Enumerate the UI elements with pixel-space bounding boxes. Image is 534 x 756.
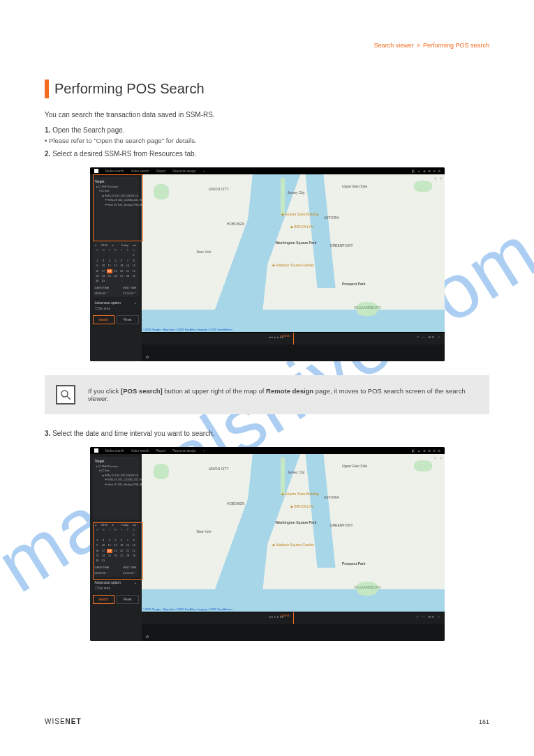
resource-tree: ▸ ☑ NVR Domain ▾ ☑ Site ◈ SSN-19 192.232… <box>95 185 137 207</box>
sidebar: Target ▸ ☑ NVR Domain ▾ ☑ Site ◈ SSN-19 … <box>90 174 142 361</box>
map-view: ⚲⚲ UNION CITY HOBOKEN <box>142 174 445 332</box>
search-icon <box>56 385 75 405</box>
reset-button[interactable]: Reset <box>117 315 139 324</box>
reset-button[interactable]: Reset <box>117 595 139 604</box>
timeline: 0:00:00 ⤢ — ⊕ ⊖ ⤾ ◂◂ ◂ ▸ ▸▸ <box>142 612 445 624</box>
target-panel: Target ▸ ☑ NVR Domain ▾ ☑ Site ◈ SSN-19 … <box>93 457 139 520</box>
brand-logo: WISENET <box>45 718 82 725</box>
app-logo-icon <box>94 169 98 173</box>
sidebar: Target ▸ ☑ NVR Domain ▾ ☑ Site ◈ SSN-19 … <box>90 454 142 641</box>
search-button[interactable]: search <box>93 315 115 324</box>
calendar-panel: ◂2018▸Today▸▸ SMTWTFS1234567891011121314… <box>93 521 139 577</box>
note-callout: If you click [POS search] button at uppe… <box>45 375 489 414</box>
intro-text: You can search the transaction data save… <box>45 109 489 121</box>
map-toolbar: ⚲⚲ <box>434 456 443 460</box>
map-view: ⚲⚲ UNION CITY HOBOKEN New York Washingto… <box>142 454 445 612</box>
thumbnail-strip <box>142 345 445 361</box>
breadcrumb: Search viewer>Performing POS search <box>45 42 489 49</box>
thumbnail-strip <box>142 624 445 641</box>
target-panel: Target ▸ ☑ NVR Domain ▾ ☑ Site ◈ SSN-19 … <box>93 177 139 240</box>
map-credits: ©2019 Google · Map data ©2019 SanAtlas; … <box>143 328 233 331</box>
calendar-grid: SMTWTFS123456789101112131415161718192021… <box>95 248 137 284</box>
calendar-nav: ◂2018▸Today▸▸ <box>95 243 137 247</box>
step-3: Select the date and time interval you wa… <box>45 430 489 437</box>
chevron-down-icon: ⌄ <box>134 580 137 584</box>
titlebar-icons: ◧▲◈⊕⊖⊗ <box>410 449 440 453</box>
svg-point-0 <box>61 391 68 397</box>
app-menubar: Media search Video search Report Resourc… <box>90 447 445 454</box>
app-logo-icon <box>94 448 98 453</box>
step-list: Open the Search page. Please refer to "O… <box>45 126 489 158</box>
advanced-option-panel: Advanced option⌄ ☐ Set area <box>93 298 139 312</box>
main-area: ⚲⚲ UNION CITY HOBOKEN New York Washingto… <box>142 454 445 641</box>
step-2: Select a desired SSM-RS from Resources t… <box>45 150 489 158</box>
page-number: 161 <box>479 718 489 725</box>
action-buttons: search Reset <box>93 595 139 604</box>
calendar-nav: ◂2018▸Today▸▸ <box>95 523 137 527</box>
note-text: If you click [POS search] button at uppe… <box>88 387 478 402</box>
step-list-cont: Select the date and time interval you wa… <box>45 430 489 437</box>
action-buttons: search Reset <box>93 315 139 324</box>
main-area: ⚲⚲ UNION CITY HOBOKEN <box>142 174 445 361</box>
chevron-down-icon: ⌄ <box>134 301 137 305</box>
search-button[interactable]: search <box>93 595 115 604</box>
calendar-panel: ◂2018▸Today▸▸ SMTWTFS1234567891011121314… <box>93 241 139 297</box>
map-credits: ©2019 Google · Map data ©2019 SanAtlas; … <box>143 607 233 611</box>
search-icon-alt: ⚲ <box>440 456 443 460</box>
screenshot-2: Media search Video search Report Resourc… <box>90 447 445 641</box>
screenshot-1: Media search Video search Report Resourc… <box>90 167 445 361</box>
svg-line-1 <box>67 396 71 400</box>
search-icon: ⚲ <box>434 456 437 460</box>
advanced-option-panel: Advanced option⌄ ☐ Set area <box>93 578 139 592</box>
step-1: Open the Search page. Please refer to "O… <box>45 126 489 144</box>
page-footer: WISENET 161 <box>45 718 489 725</box>
app-menubar: Media search Video search Report Resourc… <box>90 167 445 174</box>
timeline: 0:00:00 ⤢ — ⊕ ⊖ ⤾ ◂◂ ◂ ▸ ▸▸ <box>142 332 445 345</box>
resource-tree: ▸ ☑ NVR Domain ▾ ☑ Site ◈ SSN-19 192.232… <box>95 464 137 487</box>
page-title: Performing POS Search <box>45 81 489 97</box>
calendar-grid: SMTWTFS123456789101112131415161718192021… <box>95 528 137 564</box>
titlebar-icons: ◧▲◈⊕⊖⊗ <box>410 169 440 173</box>
